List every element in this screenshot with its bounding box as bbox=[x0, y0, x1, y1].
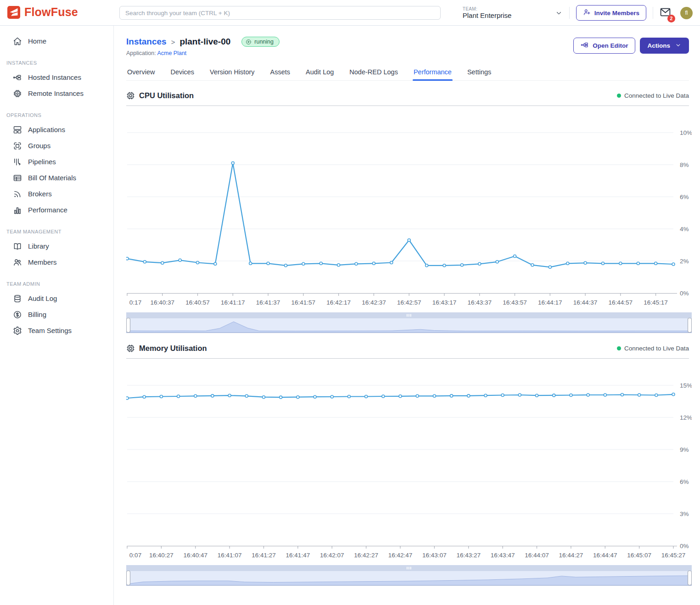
x-axis-label: 16:44:47 bbox=[593, 552, 617, 559]
cpu-chip-icon bbox=[126, 344, 135, 353]
sidebar-item-label: Home bbox=[28, 37, 46, 45]
sidebar-item-brokers[interactable]: Brokers bbox=[0, 186, 113, 202]
cpu-section: CPU Utilisation Connected to Live Data 0… bbox=[126, 87, 689, 333]
data-point bbox=[655, 394, 658, 397]
sidebar-item-home[interactable]: Home bbox=[0, 33, 113, 49]
application-link[interactable]: Acme Plant bbox=[157, 50, 186, 56]
pipelines-icon bbox=[13, 157, 22, 167]
data-point bbox=[263, 396, 265, 399]
tab-settings[interactable]: Settings bbox=[466, 66, 492, 80]
sidebar-item-hosted-instances[interactable]: Hosted Instances bbox=[0, 69, 113, 85]
sidebar-item-library[interactable]: Library bbox=[0, 238, 113, 254]
tab-node-red-logs[interactable]: Node-RED Logs bbox=[348, 66, 399, 80]
data-point bbox=[484, 394, 487, 397]
data-point bbox=[126, 257, 129, 260]
avatar[interactable]: fl bbox=[680, 7, 693, 19]
flowfuse-logo-icon bbox=[7, 6, 20, 19]
sidebar-item-bill-of-materials[interactable]: Bill Of Materials bbox=[0, 170, 113, 186]
team-name: Plant Enterprise bbox=[463, 11, 512, 19]
data-point bbox=[536, 394, 538, 397]
data-point bbox=[621, 394, 623, 396]
applications-icon bbox=[13, 125, 22, 134]
sidebar-item-applications[interactable]: Applications bbox=[0, 122, 113, 138]
breadcrumb-separator: > bbox=[171, 38, 175, 46]
breadcrumb-instances-link[interactable]: Instances bbox=[126, 37, 167, 47]
flowfuse-logo[interactable]: FlowFuse bbox=[7, 6, 78, 19]
data-point bbox=[231, 162, 234, 165]
cpu-chip-icon bbox=[126, 91, 135, 100]
y-axis-label: 4% bbox=[680, 226, 689, 233]
sidebar-item-groups[interactable]: Groups bbox=[0, 138, 113, 154]
y-axis-label: 6% bbox=[680, 478, 689, 485]
x-axis-label: 16:42:27 bbox=[354, 552, 378, 559]
cpu-section-header: CPU Utilisation Connected to Live Data bbox=[126, 87, 689, 106]
open-editor-button[interactable]: Open Editor bbox=[573, 38, 635, 54]
sidebar-item-pipelines[interactable]: Pipelines bbox=[0, 154, 113, 170]
data-point bbox=[161, 261, 164, 264]
x-axis-label: 16:43:47 bbox=[491, 552, 515, 559]
invite-members-label: Invite Members bbox=[594, 10, 639, 17]
sidebar-item-label: Team Settings bbox=[28, 327, 72, 334]
x-axis-label: 16:43:37 bbox=[467, 299, 492, 306]
live-dot-icon bbox=[617, 94, 621, 98]
data-point bbox=[280, 396, 282, 399]
sidebar-item-team-settings[interactable]: Team Settings bbox=[0, 322, 113, 339]
data-point bbox=[297, 396, 299, 399]
tab-audit-log[interactable]: Audit Log bbox=[305, 66, 335, 80]
cpu-zoom-brush[interactable] bbox=[126, 312, 692, 333]
x-axis-label: 16:42:47 bbox=[388, 552, 413, 559]
sidebar-section-instances: INSTANCES bbox=[0, 60, 113, 66]
zoom-handle-left[interactable] bbox=[127, 318, 130, 333]
invite-members-button[interactable]: Invite Members bbox=[576, 5, 646, 21]
sidebar-item-billing[interactable]: Billing bbox=[0, 306, 113, 322]
x-axis-label: 16:45:17 bbox=[644, 299, 668, 306]
tab-performance[interactable]: Performance bbox=[413, 66, 453, 80]
sidebar-section-operations: OPERATIONS bbox=[0, 112, 113, 118]
sidebar-item-remote-instances[interactable]: Remote Instances bbox=[0, 85, 113, 101]
data-point bbox=[194, 394, 197, 397]
notification-count-badge: 2 bbox=[667, 15, 675, 22]
x-axis-label: 16:45:27 bbox=[661, 552, 686, 559]
y-axis-label: 15% bbox=[680, 382, 692, 389]
zoom-handle-left[interactable] bbox=[127, 571, 130, 585]
top-header: FlowFuse TEAM: Plant Enterprise Invite M… bbox=[0, 0, 700, 26]
zoom-grip-icon bbox=[409, 314, 409, 317]
data-point bbox=[587, 394, 589, 396]
sidebar-item-audit-log[interactable]: Audit Log bbox=[0, 290, 113, 306]
sidebar: HomeINSTANCESHosted InstancesRemote Inst… bbox=[0, 26, 114, 605]
memory-zoom-brush[interactable] bbox=[126, 565, 692, 586]
data-point bbox=[365, 395, 368, 398]
data-point bbox=[467, 394, 470, 397]
data-point bbox=[245, 394, 248, 397]
data-point bbox=[604, 394, 606, 396]
sidebar-item-members[interactable]: Members bbox=[0, 254, 113, 270]
table-icon bbox=[13, 173, 22, 183]
data-point bbox=[143, 261, 146, 263]
live-status-label: Connected to Live Data bbox=[624, 92, 689, 99]
sidebar-item-label: Applications bbox=[28, 126, 65, 133]
data-point bbox=[330, 395, 333, 398]
zoom-grip-icon bbox=[407, 314, 408, 317]
notifications-button[interactable]: 2 bbox=[660, 6, 671, 20]
tab-version-history[interactable]: Version History bbox=[209, 66, 256, 80]
chevron-down-icon bbox=[555, 9, 563, 17]
actions-label: Actions bbox=[647, 42, 670, 49]
tab-overview[interactable]: Overview bbox=[126, 66, 156, 80]
y-axis-label: 0% bbox=[680, 543, 689, 549]
search-input[interactable] bbox=[119, 6, 441, 20]
data-point bbox=[143, 395, 146, 398]
data-point bbox=[408, 239, 410, 242]
data-point bbox=[672, 393, 675, 396]
live-dot-icon bbox=[617, 346, 621, 350]
tab-assets[interactable]: Assets bbox=[269, 66, 291, 80]
sidebar-item-performance[interactable]: Performance bbox=[0, 202, 113, 218]
data-point bbox=[553, 394, 555, 397]
data-point bbox=[602, 262, 605, 265]
zoom-handle-right[interactable] bbox=[688, 571, 692, 585]
zoom-handle-right[interactable] bbox=[688, 318, 692, 333]
data-point bbox=[372, 262, 375, 265]
actions-button[interactable]: Actions bbox=[640, 38, 689, 54]
team-selector[interactable]: TEAM: Plant Enterprise bbox=[463, 6, 563, 19]
x-axis-label: 16:40:57 bbox=[185, 299, 210, 306]
tab-devices[interactable]: Devices bbox=[169, 66, 195, 80]
